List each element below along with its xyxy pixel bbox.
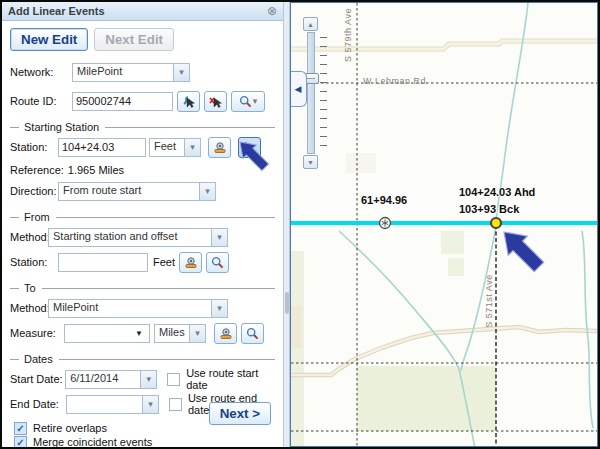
splitter-grip-icon[interactable]	[285, 292, 289, 314]
option-row: ✓ Merge coincident events	[6, 435, 283, 447]
measure-units-value: Miles	[154, 324, 189, 343]
reference-value: 1.965 Miles	[68, 164, 124, 176]
end-date-picker[interactable]: ▾	[66, 395, 159, 414]
measure-label: Measure:	[10, 327, 64, 339]
station-units-value: Feet	[149, 138, 184, 157]
route-search-dropdown-button[interactable]: ▾	[231, 91, 265, 112]
selected-station-marker[interactable]	[491, 218, 501, 228]
retire-overlaps-label: Retire overlaps	[33, 422, 107, 434]
section-legend: Dates	[24, 353, 53, 365]
merge-coincident-events-label: Merge coincident events	[33, 436, 152, 447]
start-date-value: 6/11/2014	[65, 370, 140, 389]
use-route-end-date-checkbox[interactable]	[169, 398, 182, 411]
cursor-clear-icon	[209, 95, 222, 108]
chevron-down-icon[interactable]: ▾	[199, 182, 216, 201]
chevron-down-icon[interactable]: ▾	[173, 63, 190, 82]
to-method-label: Method:	[10, 302, 48, 314]
to-method-value: MilePoint	[48, 299, 211, 318]
dates-section-header: Dates	[10, 353, 275, 365]
end-date-value	[66, 395, 142, 414]
from-method-label: Method:	[10, 231, 48, 243]
chevron-down-icon[interactable]: ▾	[140, 370, 157, 389]
zoom-slider-track[interactable]	[307, 32, 315, 154]
check-icon: ✓	[16, 437, 24, 448]
check-icon: ✓	[16, 423, 24, 434]
add-linear-events-panel: Add Linear Events ⊗ New Edit Next Edit N…	[2, 2, 284, 447]
section-legend: To	[24, 282, 36, 294]
road-label-vertical-left: S 579th Ave	[343, 3, 355, 67]
station-locate-icon	[219, 327, 233, 340]
panel-titlebar: Add Linear Events ⊗	[2, 2, 283, 21]
search-icon	[239, 95, 252, 108]
network-label: Network:	[10, 66, 72, 78]
section-legend: From	[24, 211, 50, 223]
chevron-down-icon: ▾	[253, 96, 258, 106]
select-route-on-map-button[interactable]	[177, 91, 200, 112]
new-edit-button[interactable]: New Edit	[10, 28, 88, 51]
reference-label: Reference:	[10, 164, 64, 176]
to-method-combo[interactable]: MilePoint ▾	[48, 299, 228, 318]
from-search-button[interactable]	[206, 252, 229, 273]
section-legend: Starting Station	[24, 121, 99, 133]
edit-toolbar: New Edit Next Edit	[2, 21, 283, 55]
start-date-picker[interactable]: 6/11/2014 ▾	[65, 370, 157, 389]
panel-title: Add Linear Events	[8, 5, 267, 17]
direction-combo[interactable]: From route start ▾	[58, 182, 216, 201]
route-station-marker[interactable]	[380, 218, 391, 229]
map-canvas	[291, 3, 598, 447]
use-route-start-date-checkbox[interactable]	[167, 373, 180, 386]
measure-units-combo[interactable]: Miles ▾	[154, 324, 206, 343]
from-method-combo[interactable]: Starting station and offset ▾	[48, 228, 228, 247]
next-edit-button[interactable]: Next Edit	[94, 28, 174, 51]
to-section-header: To	[10, 282, 275, 294]
measure-search-button[interactable]	[241, 323, 264, 344]
chevron-down-icon[interactable]: ▾	[142, 395, 159, 414]
route-id-input[interactable]	[72, 92, 173, 111]
map-viewport[interactable]: S 579th Ave W Lehman Rd S 571st Ave 61+9…	[290, 2, 598, 447]
retire-overlaps-checkbox[interactable]: ✓	[14, 422, 27, 435]
route-id-label: Route ID:	[10, 95, 72, 107]
from-units-label: Feet	[153, 256, 175, 268]
road-label-vertical-right: S 571st Ave	[484, 269, 496, 333]
cursor-route-icon	[182, 95, 195, 108]
measure-value: ▼	[64, 324, 150, 343]
network-combo[interactable]: MilePoint ▾	[72, 63, 190, 82]
measure-combo[interactable]: ▼	[64, 324, 150, 343]
measure-locate-button[interactable]	[214, 323, 237, 344]
collapse-panel-button[interactable]: ◀	[290, 71, 307, 107]
zoom-slider-ticks	[320, 37, 327, 149]
from-locate-button[interactable]	[179, 252, 202, 273]
station-units-combo[interactable]: Feet ▾	[149, 138, 201, 157]
from-station-input[interactable]	[58, 253, 148, 272]
station-label: Station:	[10, 141, 58, 153]
chevron-down-icon[interactable]: ▾	[211, 299, 228, 318]
close-icon[interactable]: ⊗	[267, 5, 277, 17]
starting-station-input[interactable]	[58, 138, 146, 157]
clear-route-selection-button[interactable]	[204, 91, 227, 112]
search-icon	[211, 256, 224, 269]
from-station-label: Station:	[10, 256, 58, 268]
locate-station-button[interactable]	[208, 137, 231, 158]
pick-station-on-map-button[interactable]	[238, 137, 261, 158]
merge-coincident-events-checkbox[interactable]: ✓	[14, 436, 27, 448]
start-date-label: Start Date:	[10, 373, 65, 385]
chevron-down-icon[interactable]: ▾	[211, 228, 228, 247]
next-button[interactable]: Next >	[209, 402, 271, 425]
chevron-down-icon[interactable]: ▾	[189, 324, 206, 343]
zoom-in-icon[interactable]: ▲	[303, 17, 318, 31]
from-method-value: Starting station and offset	[48, 228, 211, 247]
chevron-down-icon[interactable]: ▾	[184, 138, 201, 157]
annotation-arrow	[494, 222, 548, 276]
use-route-start-date-label: Use route start date	[186, 367, 275, 391]
app-window: Add Linear Events ⊗ New Edit Next Edit N…	[0, 0, 600, 449]
end-date-label: End Date:	[10, 398, 66, 410]
station-label-left: 61+94.96	[361, 194, 407, 206]
network-value: MilePoint	[72, 63, 173, 82]
zoom-out-icon[interactable]: ▼	[303, 155, 318, 169]
pick-on-map-icon	[243, 141, 256, 154]
station-locate-icon	[184, 256, 198, 269]
road-label-horizontal: W Lehman Rd	[363, 76, 426, 86]
collapse-left-icon: ◀	[295, 84, 302, 94]
combo-down-icon[interactable]: ▼	[135, 329, 145, 338]
station-locate-icon	[213, 141, 227, 154]
